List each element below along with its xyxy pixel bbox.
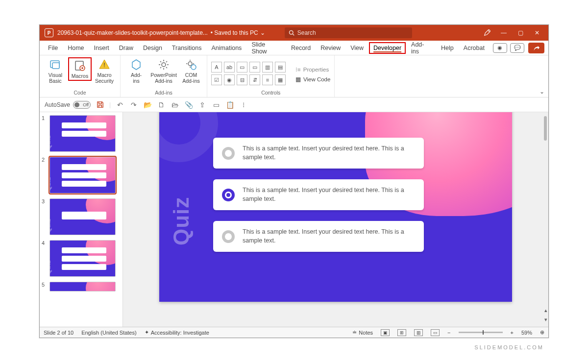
svg-line-1 bbox=[293, 34, 294, 35]
slide[interactable]: Quiz This is a sample text. Insert your … bbox=[159, 112, 512, 302]
open-icon[interactable]: 🗁 bbox=[171, 100, 179, 109]
checkbox-control-icon[interactable]: ☑ bbox=[211, 74, 222, 85]
prev-slide-icon[interactable]: ▴ bbox=[544, 307, 547, 314]
tab-help[interactable]: Help bbox=[437, 42, 458, 54]
close-button[interactable]: ✕ bbox=[529, 25, 545, 41]
thumbnail-2[interactable]: Quiz bbox=[49, 157, 116, 194]
tab-design[interactable]: Design bbox=[139, 42, 167, 54]
reading-view-icon[interactable]: ▥ bbox=[414, 329, 423, 336]
export-icon[interactable]: ⇪ bbox=[198, 100, 207, 109]
view-code-button[interactable]: ▦ View Code bbox=[295, 76, 330, 83]
list-control-icon[interactable]: ▤ bbox=[275, 62, 286, 73]
collapse-ribbon-icon[interactable]: ⌄ bbox=[539, 88, 544, 95]
notes-button[interactable]: ≐ Notes bbox=[352, 329, 373, 336]
slideshow-view-icon[interactable]: ▭ bbox=[431, 329, 440, 336]
powerpoint-logo-icon: P bbox=[45, 28, 53, 37]
scroll-control-icon[interactable]: ≡ bbox=[262, 74, 273, 85]
quiz-option-3[interactable]: This is a sample text. Insert your desir… bbox=[213, 221, 424, 252]
properties-button[interactable]: ⁝≡ Properties bbox=[295, 66, 330, 73]
com-addins-button[interactable]: COM Add-ins bbox=[179, 57, 203, 85]
accessibility-icon: ✦ bbox=[145, 329, 149, 336]
thumbnail-1[interactable]: Quiz bbox=[49, 115, 116, 152]
powerpoint-addins-button[interactable]: PowerPoint Add-ins bbox=[149, 57, 178, 85]
normal-view-icon[interactable]: ▣ bbox=[381, 329, 390, 336]
macros-button[interactable]: Macros bbox=[68, 57, 92, 81]
next-slide-icon[interactable]: ▾ bbox=[544, 316, 547, 323]
visual-basic-button[interactable]: Visual Basic bbox=[44, 57, 67, 85]
spin-control-icon[interactable]: ⇵ bbox=[249, 74, 260, 85]
paste-icon[interactable]: 📋 bbox=[225, 100, 234, 109]
tab-transitions[interactable]: Transitions bbox=[168, 42, 206, 54]
label-control-icon[interactable]: A bbox=[211, 62, 222, 73]
tab-animations[interactable]: Animations bbox=[207, 42, 246, 54]
zoom-out-icon[interactable]: − bbox=[447, 330, 450, 336]
search-box[interactable]: Search bbox=[285, 27, 412, 38]
pencil-icon[interactable] bbox=[479, 25, 495, 41]
tab-view[interactable]: View bbox=[346, 42, 368, 54]
present-icon[interactable]: ▭ bbox=[212, 100, 220, 109]
tab-acrobat[interactable]: Acrobat bbox=[459, 42, 489, 54]
accessibility-status[interactable]: ✦ Accessibility: Investigate bbox=[145, 329, 209, 336]
gear-check-icon bbox=[185, 58, 197, 71]
thumbnail-3[interactable]: Quiz bbox=[49, 198, 116, 235]
minimize-button[interactable]: — bbox=[495, 25, 512, 41]
navigation-arrows: ▴ ▾ bbox=[544, 307, 547, 323]
svg-point-9 bbox=[191, 65, 196, 70]
combo-control-icon[interactable]: ▥ bbox=[262, 62, 273, 73]
maximize-button[interactable]: ▢ bbox=[512, 25, 529, 41]
slide-counter[interactable]: Slide 2 of 10 bbox=[44, 330, 74, 336]
attachment-icon[interactable]: 📎 bbox=[184, 100, 193, 109]
option-control-icon[interactable]: ◉ bbox=[224, 74, 235, 85]
fit-to-window-icon[interactable]: ⊕ bbox=[540, 329, 544, 336]
watermark: SLIDEMODEL.COM bbox=[474, 344, 544, 350]
tab-insert[interactable]: Insert bbox=[90, 42, 114, 54]
sorter-view-icon[interactable]: ⊞ bbox=[397, 329, 406, 336]
more-icon[interactable]: ⁝ bbox=[239, 100, 248, 109]
save-status[interactable]: • Saved to this PC ⌄ bbox=[211, 29, 265, 36]
comments-icon[interactable]: 💬 bbox=[510, 43, 524, 53]
tab-record[interactable]: Record bbox=[287, 42, 315, 54]
slide-thumbnails-panel[interactable]: 1 Quiz 2 Quiz 3 Quiz 4 Quiz 5 bbox=[40, 112, 123, 327]
button-control-icon[interactable]: ▭ bbox=[249, 62, 260, 73]
zoom-in-icon[interactable]: + bbox=[511, 330, 514, 336]
zoom-slider[interactable] bbox=[459, 332, 503, 333]
quiz-option-2[interactable]: This is a sample text. Insert your desir… bbox=[213, 179, 424, 210]
addins-button[interactable]: Add- ins bbox=[124, 57, 148, 85]
tab-developer[interactable]: Developer bbox=[369, 42, 406, 54]
image-control-icon[interactable]: ▦ bbox=[275, 74, 286, 85]
new-file-icon[interactable]: 🗋 bbox=[157, 100, 166, 109]
view-code-icon: ▦ bbox=[295, 76, 301, 83]
radio-icon bbox=[222, 147, 235, 160]
quiz-options: This is a sample text. Insert your desir… bbox=[213, 138, 424, 252]
undo-icon[interactable]: ↶ bbox=[116, 100, 124, 109]
language-status[interactable]: English (United States) bbox=[81, 330, 137, 336]
slide-canvas-area[interactable]: Quiz This is a sample text. Insert your … bbox=[123, 112, 548, 327]
svg-rect-3 bbox=[52, 63, 59, 69]
tab-file[interactable]: File bbox=[44, 42, 62, 54]
tab-home[interactable]: Home bbox=[63, 42, 88, 54]
macro-security-button[interactable]: ! Macro Security bbox=[93, 57, 116, 85]
controls-gallery[interactable]: A ab ▭ ▭ ▥ ▤ ☑ ◉ ⊟ ⇵ ≡ ▦ bbox=[211, 62, 286, 85]
textbox-control-icon[interactable]: ab bbox=[224, 62, 235, 73]
tab-review[interactable]: Review bbox=[316, 42, 345, 54]
tab-draw[interactable]: Draw bbox=[115, 42, 138, 54]
autosave-toggle[interactable]: AutoSave Off bbox=[45, 101, 91, 109]
folder-open-icon[interactable]: 📂 bbox=[143, 100, 152, 109]
thumbnail-5[interactable] bbox=[49, 282, 116, 291]
svg-text:!: ! bbox=[103, 62, 105, 69]
quiz-label: Quiz bbox=[169, 197, 194, 245]
toggle-control-icon[interactable]: ⊟ bbox=[237, 74, 247, 85]
ribbon-group-addins: Add- ins PowerPoint Add-ins COM Add-ins … bbox=[121, 55, 207, 97]
group-control-icon[interactable]: ▭ bbox=[237, 62, 247, 73]
vertical-scrollbar[interactable] bbox=[541, 112, 548, 327]
status-bar: Slide 2 of 10 English (United States) ✦ … bbox=[40, 327, 548, 338]
tab-slideshow[interactable]: Slide Show bbox=[247, 39, 286, 57]
thumbnail-4[interactable]: Quiz bbox=[49, 240, 116, 277]
tab-addins[interactable]: Add-ins bbox=[407, 39, 436, 57]
redo-icon[interactable]: ↷ bbox=[129, 100, 138, 109]
quiz-option-1[interactable]: This is a sample text. Insert your desir… bbox=[213, 138, 424, 169]
share-button[interactable] bbox=[528, 43, 544, 53]
zoom-level[interactable]: 59% bbox=[521, 330, 532, 336]
record-indicator-icon[interactable]: ◉ bbox=[493, 43, 507, 53]
save-icon[interactable] bbox=[96, 100, 104, 109]
